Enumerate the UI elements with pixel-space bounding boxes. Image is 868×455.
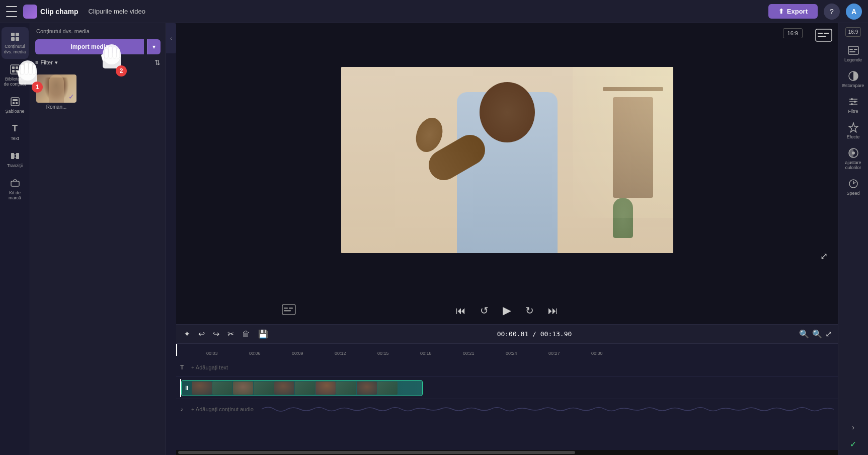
fit-button[interactable]: ⤢: [825, 329, 832, 339]
audio-track-row: ♪ + Adăugați conținut audio: [176, 399, 838, 419]
delete-button[interactable]: 🗑: [241, 328, 252, 340]
confirm-icon[interactable]: ✓: [848, 437, 858, 451]
skip-back-button[interactable]: ⏮: [454, 303, 468, 319]
cut-button[interactable]: ✂: [226, 328, 235, 340]
right-sidebar-collapse[interactable]: ›: [848, 419, 858, 435]
filter-icon: ≡: [35, 59, 38, 65]
zoom-in-button[interactable]: 🔍: [812, 329, 822, 339]
filtre-icon: [848, 96, 859, 107]
svg-rect-34: [818, 36, 826, 37]
svg-rect-8: [16, 70, 18, 72]
sidebar-item-library[interactable]: Biblioteca de conținut: [2, 60, 29, 92]
captions-control[interactable]: [282, 304, 296, 318]
avatar[interactable]: A: [846, 4, 862, 20]
redo-button[interactable]: ↪: [211, 328, 221, 340]
media-item-1[interactable]: ✓ Roman...: [36, 74, 76, 110]
sidebar-item-brand[interactable]: Kit de marcă: [2, 174, 29, 205]
rs-estompare[interactable]: Estompare: [840, 67, 867, 91]
svg-rect-13: [11, 153, 14, 159]
ruler-mark-6: 00:18: [420, 351, 432, 356]
ruler-mark-2: 00:06: [249, 351, 261, 356]
svg-rect-0: [11, 33, 15, 36]
left-sidebar: Conținutul dvs. media Biblioteca de conț…: [0, 23, 30, 455]
add-audio-label[interactable]: + Adăugați conținut audio: [191, 406, 254, 412]
svg-rect-40: [849, 49, 853, 50]
import-dropdown-button[interactable]: ▾: [147, 39, 161, 54]
sidebar-item-library-label: Biblioteca de conținut: [4, 77, 27, 88]
sidebar-item-templates-label: Șabloane: [5, 109, 24, 114]
audio-waveform: [262, 403, 834, 415]
filter-button[interactable]: ≡ Filter ▾: [35, 59, 58, 66]
svg-rect-12: [16, 102, 18, 104]
svg-point-49: [851, 103, 853, 105]
panel-collapse-button[interactable]: ‹: [166, 23, 176, 53]
fullscreen-button[interactable]: ⤢: [820, 251, 828, 262]
speed-label: Speed: [846, 191, 859, 196]
topbar: Clip champ Clipurile mele video ⬆ Export…: [0, 0, 868, 23]
ruler-mark-9: 00:27: [548, 351, 560, 356]
timeline-scrollbar[interactable]: [178, 451, 575, 454]
svg-rect-1: [16, 33, 19, 36]
undo-button[interactable]: ↩: [197, 328, 206, 340]
sidebar-item-text-label: Text: [11, 136, 19, 141]
export-button[interactable]: ⬆ Export: [768, 4, 818, 19]
video-controls: ⏮ ↺ ▶ ↻ ⏭: [176, 297, 838, 324]
svg-rect-2: [11, 37, 15, 41]
media-check-icon: ✓: [68, 93, 74, 101]
captions-badge[interactable]: [815, 28, 833, 44]
rs-captions[interactable]: Legende: [840, 42, 867, 65]
media-panel-header: Conținutul dvs. media: [30, 23, 166, 39]
media-grid: ✓ Roman...: [30, 70, 166, 114]
help-button[interactable]: ?: [824, 4, 840, 20]
sidebar-item-text[interactable]: T Text: [2, 119, 29, 145]
library-icon: [10, 64, 21, 75]
text-track-icon: T: [180, 364, 187, 371]
add-text-label[interactable]: + Adăugați text: [191, 364, 228, 370]
zoom-out-button[interactable]: 🔍: [799, 329, 809, 339]
sidebar-item-templates[interactable]: Șabloane: [2, 92, 29, 118]
play-button[interactable]: ▶: [501, 302, 513, 319]
sidebar-item-transitions-label: Tranziții: [7, 163, 23, 169]
rs-culori[interactable]: ajustare culorilor: [840, 144, 867, 173]
rs-efecte[interactable]: Efecte: [840, 119, 867, 142]
timeline-scrollbar-container: [176, 450, 838, 455]
export-icon: ⬆: [778, 8, 784, 15]
filtre-label: Filtre: [848, 109, 858, 114]
sidebar-item-transitions[interactable]: Tranziții: [2, 146, 29, 173]
svg-rect-4: [11, 65, 20, 74]
sort-button[interactable]: ⇅: [154, 58, 161, 66]
import-media-button[interactable]: Import media: [35, 39, 144, 54]
logo-icon: [23, 5, 37, 19]
rs-speed[interactable]: Speed: [840, 175, 867, 199]
media-filter-row: ≡ Filter ▾ ⇅: [30, 58, 166, 70]
video-area: 16:9: [176, 23, 838, 455]
timeline-toolbar: ✦ ↩ ↪ ✂ 🗑 💾 00:00.01 / 00:13.90 🔍 🔍 ⤢: [176, 325, 838, 344]
brand-icon: [10, 178, 21, 189]
sidebar-item-brand-label: Kit de marcă: [4, 190, 27, 201]
svg-rect-7: [12, 70, 15, 72]
svg-rect-38: [284, 310, 291, 312]
sidebar-item-media-label: Conținutul dvs. media: [4, 44, 27, 55]
app-logo: Clip champ: [23, 5, 78, 19]
timeline-tracks: T + Adăugați text ⏸: [176, 356, 838, 450]
timeline-ruler: 00:03 00:06 00:09 00:12 00:15 00:18 00:2…: [176, 344, 838, 356]
culori-label: ajustare culorilor: [842, 160, 865, 170]
save-button[interactable]: 💾: [257, 328, 270, 340]
rs-filtre[interactable]: Filtre: [840, 93, 867, 117]
sidebar-item-media[interactable]: Conținutul dvs. media: [2, 27, 29, 59]
aspect-ratio-control[interactable]: 16:9: [845, 27, 861, 37]
video-frame: [341, 67, 673, 253]
estompare-label: Estompare: [842, 83, 864, 88]
video-track-row: ⏸: [176, 377, 838, 399]
svg-rect-6: [16, 66, 18, 69]
skip-forward-button[interactable]: ⏭: [546, 303, 560, 319]
snap-tool-button[interactable]: ✦: [182, 328, 192, 340]
forward-button[interactable]: ↻: [523, 302, 536, 319]
aspect-ratio-badge[interactable]: 16:9: [783, 28, 803, 38]
menu-icon[interactable]: [6, 6, 17, 17]
video-clip[interactable]: ⏸: [181, 380, 423, 396]
nav-breadcrumb[interactable]: Clipurile mele video: [88, 8, 145, 15]
ruler-mark-8: 00:24: [506, 351, 517, 356]
rewind-button[interactable]: ↺: [478, 302, 491, 319]
ruler-mark-10: 00:30: [591, 351, 603, 356]
